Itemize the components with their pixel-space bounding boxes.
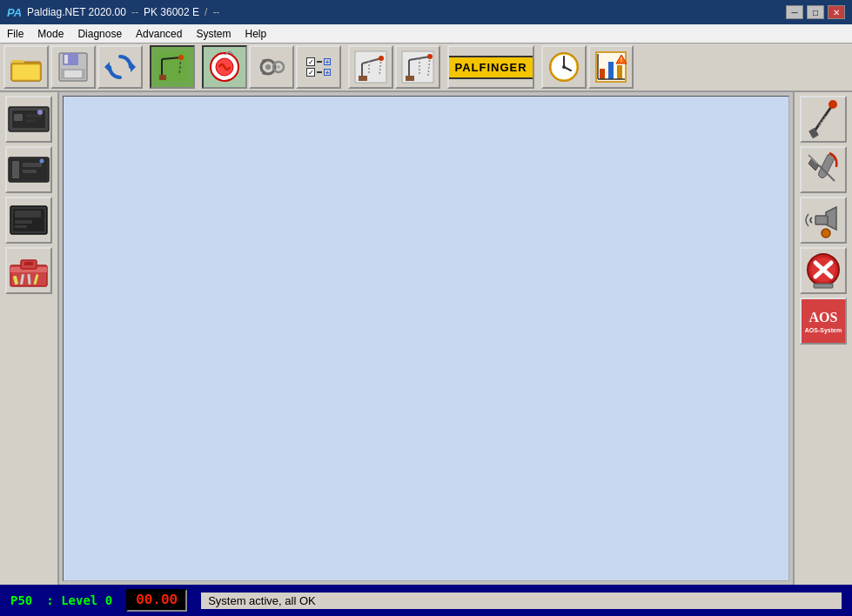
module2-button[interactable] xyxy=(5,146,52,193)
svg-rect-88 xyxy=(815,216,828,224)
module1-button[interactable] xyxy=(5,96,52,143)
menu-advanced[interactable]: Advanced xyxy=(129,26,189,42)
toolbox-button[interactable] xyxy=(5,247,52,294)
app-name: Paldiag.NET 2020.00 xyxy=(27,6,126,18)
refresh-button[interactable] xyxy=(97,45,143,89)
folder-icon xyxy=(9,50,44,84)
open-button[interactable] xyxy=(3,45,49,89)
status-timer: 00.00 xyxy=(126,589,187,612)
svg-rect-49 xyxy=(617,65,622,79)
menu-file[interactable]: File xyxy=(0,26,30,42)
status-message: System active, all OK xyxy=(201,593,842,609)
aos-sublabel: AOS-System xyxy=(805,327,842,333)
title-bar-controls: ─ □ ✕ xyxy=(786,5,845,19)
title-device: PK 36002 E xyxy=(144,6,199,18)
toolbar: ✓ + ✓ + xyxy=(0,44,852,92)
crane-view1-icon xyxy=(353,50,388,84)
svg-rect-48 xyxy=(608,62,614,79)
svg-rect-70 xyxy=(15,225,27,228)
crane-view2-button[interactable] xyxy=(395,45,440,89)
diagnose-icon xyxy=(207,50,242,84)
module1-icon xyxy=(7,100,50,138)
gears-button[interactable] xyxy=(249,45,294,89)
svg-marker-9 xyxy=(131,62,136,72)
chart-button[interactable]: ! xyxy=(588,45,634,89)
checkbox-group-icon: ✓ + ✓ + xyxy=(305,56,332,78)
emergency-stop-icon xyxy=(802,249,845,292)
crane-view2-icon xyxy=(400,50,435,84)
svg-rect-32 xyxy=(359,76,367,81)
svg-rect-68 xyxy=(15,211,41,218)
svg-text:!: ! xyxy=(621,57,622,63)
status-bar: P50 : Level 0 00.00 System active, all O… xyxy=(0,585,852,616)
svg-rect-64 xyxy=(23,170,37,173)
svg-point-65 xyxy=(40,159,44,164)
aos-label: AOS xyxy=(809,310,838,325)
menu-diagnose[interactable]: Diagnose xyxy=(70,26,129,42)
svg-rect-6 xyxy=(64,55,68,64)
gears-icon xyxy=(254,50,289,84)
horn-icon xyxy=(802,198,845,242)
svg-rect-16 xyxy=(159,75,166,80)
main-area: AOS AOS-System xyxy=(0,92,852,585)
svg-rect-39 xyxy=(406,76,414,81)
title-bar: PA Paldiag.NET 2020.00 -- PK 36002 E / -… xyxy=(0,0,852,24)
diagnose-button[interactable] xyxy=(202,45,247,89)
probe-button[interactable] xyxy=(800,96,847,143)
menu-system[interactable]: System xyxy=(189,26,238,42)
refresh-icon xyxy=(103,50,138,84)
checkboxes-button[interactable]: ✓ + ✓ + xyxy=(296,45,341,89)
status-code: P50 xyxy=(10,593,32,607)
crane-view1-button[interactable] xyxy=(348,45,393,89)
module3-icon xyxy=(7,201,50,239)
svg-point-45 xyxy=(562,65,566,69)
multi-tool-button[interactable] xyxy=(800,146,847,193)
svg-rect-3 xyxy=(13,65,39,79)
aos-button[interactable]: AOS AOS-System xyxy=(800,298,847,345)
svg-point-59 xyxy=(37,110,43,115)
svg-point-81 xyxy=(829,100,837,109)
status-level: : Level 0 xyxy=(46,593,112,607)
clock-icon xyxy=(547,50,581,84)
horn-button[interactable] xyxy=(800,197,847,244)
title-sep1: -- xyxy=(131,6,138,18)
svg-rect-63 xyxy=(23,163,42,167)
svg-rect-47 xyxy=(600,69,605,79)
clock-button[interactable] xyxy=(541,45,587,89)
minimize-button[interactable]: ─ xyxy=(786,5,803,19)
multi-tool-icon xyxy=(802,148,845,191)
svg-rect-74 xyxy=(24,262,33,265)
svg-point-15 xyxy=(178,55,184,60)
svg-point-22 xyxy=(265,64,271,70)
svg-rect-95 xyxy=(814,284,833,288)
svg-point-24 xyxy=(277,65,280,69)
title-bar-left: PA Paldiag.NET 2020.00 -- PK 36002 E / -… xyxy=(7,6,219,19)
module2-icon xyxy=(7,151,50,189)
svg-rect-69 xyxy=(15,220,32,224)
svg-rect-58 xyxy=(26,119,37,122)
save-icon xyxy=(56,50,91,84)
svg-rect-56 xyxy=(14,114,23,121)
save-button[interactable] xyxy=(50,45,96,89)
toolbox-icon xyxy=(7,251,50,290)
svg-rect-62 xyxy=(12,161,19,178)
probe-icon xyxy=(802,97,845,141)
svg-point-89 xyxy=(822,229,830,238)
svg-rect-8 xyxy=(64,70,82,77)
palfinger-logo: PALFINGER xyxy=(447,56,534,79)
emergency-stop-button[interactable] xyxy=(800,247,847,294)
menu-help[interactable]: Help xyxy=(238,26,273,42)
module3-button[interactable] xyxy=(5,197,52,244)
app-logo: PA xyxy=(7,6,22,19)
title-extra: -- xyxy=(212,6,219,18)
tool1-button[interactable] xyxy=(150,45,195,89)
palfinger-button[interactable]: PALFINGER xyxy=(447,45,534,89)
right-sidebar: AOS AOS-System xyxy=(793,92,852,585)
left-sidebar xyxy=(0,92,59,585)
close-button[interactable]: ✕ xyxy=(828,5,845,19)
maximize-button[interactable]: □ xyxy=(807,5,824,19)
title-sep2: / xyxy=(205,6,207,18)
svg-marker-10 xyxy=(104,62,110,72)
chart-icon: ! xyxy=(594,50,628,84)
menu-mode[interactable]: Mode xyxy=(30,26,70,42)
